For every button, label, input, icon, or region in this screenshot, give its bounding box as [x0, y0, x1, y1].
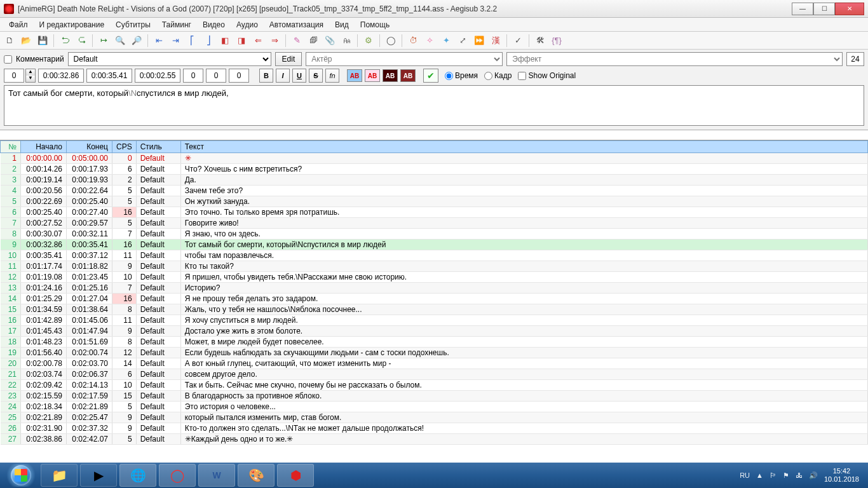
time-radio[interactable]: Время	[445, 71, 478, 80]
commit-button[interactable]: ✔	[423, 69, 438, 83]
margin-r-input[interactable]	[206, 69, 226, 83]
table-row[interactable]: 160:01:42.890:01:45.0611DefaultЯ хочу сп…	[1, 315, 868, 326]
shadow-color-button[interactable]: AB	[400, 69, 416, 82]
comment-checkbox-label[interactable]: Комментарий	[4, 55, 64, 64]
close-button[interactable]: ✕	[835, 3, 864, 15]
table-row[interactable]: 130:01:24.160:01:25.167DefaultИсторию?	[1, 283, 868, 294]
strike-button[interactable]: S	[309, 69, 323, 83]
attachments-icon[interactable]: 📎	[323, 34, 337, 48]
taskbar-wmp[interactable]: ▶	[80, 464, 117, 487]
subtitle-text-input[interactable]: Тот самый бог смерти, который\Nспустился…	[4, 85, 864, 126]
network-icon[interactable]: 🖧	[796, 471, 803, 479]
fonts-collector-icon[interactable]: 🗛	[339, 34, 353, 48]
col-text[interactable]: Текст	[180, 141, 867, 153]
italic-button[interactable]: I	[276, 69, 290, 83]
table-row[interactable]: 10:00:00.000:05:00.000Default✳	[1, 153, 868, 164]
table-row[interactable]: 260:02:31.900:02:37.329DefaultКто-то дол…	[1, 423, 868, 434]
table-row[interactable]: 140:01:25.290:01:27.0416DefaultЯ не прош…	[1, 294, 868, 304]
tray-clock[interactable]: 15:42 10.01.2018	[824, 467, 859, 483]
edit-style-button[interactable]: Edit	[275, 52, 302, 66]
table-row[interactable]: 220:02:09.420:02:14.1310DefaultТак и быт…	[1, 380, 868, 391]
table-row[interactable]: 100:00:35.410:00:37.1211Defaultчтобы там…	[1, 250, 868, 261]
col-end[interactable]: Конец	[67, 141, 112, 153]
minimize-button[interactable]: —	[792, 3, 813, 15]
margin-v-input[interactable]	[229, 69, 249, 83]
style-dropdown[interactable]: Default	[68, 52, 271, 66]
zoom-out-icon[interactable]: 🔎	[130, 34, 144, 48]
start-button[interactable]	[4, 464, 38, 487]
save-icon[interactable]: 💾	[36, 34, 50, 48]
table-row[interactable]: 180:01:48.230:01:51.698DefaultМожет, в м…	[1, 337, 868, 348]
table-row[interactable]: 230:02:15.590:02:17.5915DefaultВ благода…	[1, 391, 868, 402]
table-row[interactable]: 70:00:27.520:00:29.575DefaultГоворите жи…	[1, 218, 868, 229]
select-vis-icon[interactable]: ◧	[218, 34, 232, 48]
menu-automation[interactable]: Автоматизация	[264, 19, 329, 30]
tray-up-icon[interactable]: ▲	[756, 471, 763, 479]
snap-scene-icon[interactable]: ◨	[234, 34, 248, 48]
table-row[interactable]: 190:01:56.400:02:00.7412DefaultЕсли буде…	[1, 348, 868, 358]
new-icon[interactable]: 🗋	[3, 34, 17, 48]
font-button[interactable]: fn	[325, 69, 339, 83]
menu-edit[interactable]: И редактирование	[34, 19, 110, 30]
taskbar-opera[interactable]: ◯	[159, 464, 196, 487]
taskbar-explorer[interactable]: 📁	[41, 464, 78, 487]
table-row[interactable]: 270:02:38.860:02:42.075Default✳Каждый де…	[1, 434, 868, 445]
video-jump-start-icon[interactable]: ⇤	[152, 34, 166, 48]
table-row[interactable]: 30:00:19.140:00:19.932DefaultДа.	[1, 175, 868, 186]
translation-assistant-icon[interactable]: ✦	[439, 34, 453, 48]
table-row[interactable]: 250:02:21.890:02:25.479Defaultкоторый пы…	[1, 412, 868, 423]
taskbar-chrome[interactable]: 🌐	[119, 464, 156, 487]
kanji-timer-icon[interactable]: 漢	[489, 34, 503, 48]
table-row[interactable]: 210:02:03.740:02:06.376Defaultсовсем дру…	[1, 369, 868, 380]
end-time-input[interactable]	[86, 69, 132, 83]
menu-timing[interactable]: Тайминг	[157, 19, 196, 30]
show-original-checkbox[interactable]: Show Original	[518, 71, 576, 80]
menu-view[interactable]: Вид	[330, 19, 354, 30]
shift-end-icon[interactable]: ⇒	[268, 34, 281, 48]
margin-l-input[interactable]	[183, 69, 203, 83]
undo-icon[interactable]: ⮌	[58, 34, 72, 48]
bold-button[interactable]: B	[259, 69, 273, 83]
table-row[interactable]: 20:00:14.260:00:17.936DefaultЧто? Хочешь…	[1, 164, 868, 175]
col-style[interactable]: Стиль	[136, 141, 180, 153]
start-time-input[interactable]	[38, 69, 84, 83]
video-jump-end-icon[interactable]: ⇥	[168, 34, 182, 48]
spellcheck-icon[interactable]: ✓	[511, 34, 525, 48]
taskbar-aegisub[interactable]: ⬢	[277, 464, 314, 487]
volume-icon[interactable]: 🔊	[809, 471, 818, 480]
snap-end-icon[interactable]: ⎦	[201, 34, 215, 48]
automation-icon[interactable]: ⚙	[362, 34, 376, 48]
table-row[interactable]: 110:01:17.740:01:18.829DefaultКто ты так…	[1, 261, 868, 272]
resample-icon[interactable]: ⤢	[456, 34, 470, 48]
lang-indicator[interactable]: RU	[740, 471, 750, 479]
table-row[interactable]: 240:02:18.340:02:21.895DefaultЭто истори…	[1, 402, 868, 412]
subtitle-grid-scroll[interactable]: № Начало Конец CPS Стиль Текст 10:00:00.…	[0, 140, 868, 463]
menu-audio[interactable]: Аудио	[231, 19, 263, 30]
shift-start-icon[interactable]: ⇐	[251, 34, 265, 48]
table-row[interactable]: 150:01:34.590:01:38.648DefaultЖаль, что …	[1, 304, 868, 315]
frame-radio[interactable]: Кадр	[484, 71, 512, 80]
styles-manager-icon[interactable]: ✎	[290, 34, 304, 48]
open-icon[interactable]: 📂	[19, 34, 33, 48]
menu-help[interactable]: Помощь	[355, 19, 395, 30]
styling-assistant-icon[interactable]: ✧	[423, 34, 437, 48]
actor-dropdown[interactable]: Актёр	[306, 52, 503, 66]
menu-subtitles[interactable]: Субтитры	[111, 19, 156, 30]
taskbar-paint[interactable]: 🎨	[238, 464, 275, 487]
effect-dropdown[interactable]: Эффект	[506, 52, 843, 66]
outline-color-button[interactable]: AB	[383, 69, 398, 82]
shift-times-icon[interactable]: ⏱	[406, 34, 420, 48]
options-icon[interactable]: 🛠	[533, 34, 547, 48]
jump-icon[interactable]: ↦	[97, 34, 111, 48]
assdraw-icon[interactable]: ◯	[384, 34, 398, 48]
layer-input[interactable]	[4, 69, 24, 83]
col-start[interactable]: Начало	[21, 141, 67, 153]
table-row[interactable]: 80:00:30.070:00:32.117DefaultЯ знаю, что…	[1, 229, 868, 240]
table-row[interactable]: 50:00:22.690:00:25.405DefaultОн жуткий з…	[1, 196, 868, 207]
secondary-color-button[interactable]: AB	[365, 69, 380, 82]
taskbar-word[interactable]: W	[198, 464, 235, 487]
properties-icon[interactable]: 🗊	[306, 34, 320, 48]
table-row[interactable]: 120:01:19.080:01:23.4510DefaultЯ пришел,…	[1, 272, 868, 283]
menu-video[interactable]: Видео	[198, 19, 230, 30]
table-row[interactable]: 60:00:25.400:00:27.4016DefaultЭто точно.…	[1, 207, 868, 218]
